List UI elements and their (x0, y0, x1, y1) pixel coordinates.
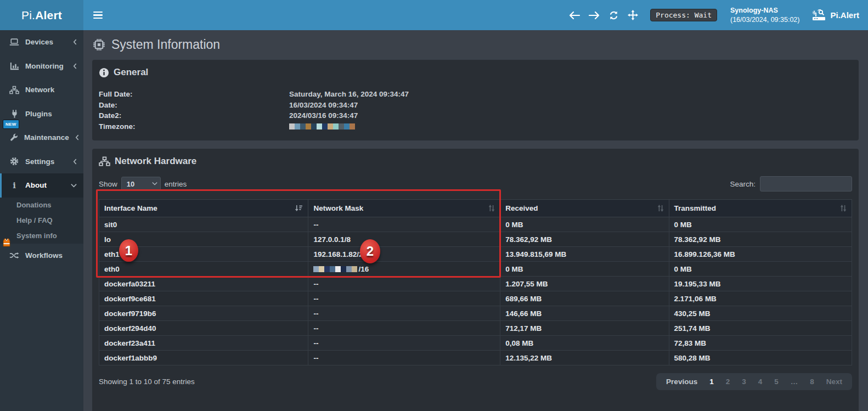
chart-icon (9, 62, 19, 70)
pagination-page[interactable]: 4 (752, 378, 769, 386)
table-row[interactable]: dockerfa03211--1.207,55 MB19.195,33 MB (99, 277, 852, 291)
column-header-interface-name[interactable]: Interface Name (99, 200, 308, 217)
column-header-received[interactable]: Received (500, 200, 669, 217)
chevron-left-icon (73, 39, 77, 45)
table-row[interactable]: sit0--0 MB0 MB (99, 217, 852, 232)
network-mask-cell: -- (308, 291, 500, 306)
general-row: Date: 16/03/2024 09:34:47 (99, 100, 852, 111)
received-cell: 78.362,92 MB (500, 232, 669, 247)
table-row[interactable]: eth1192.168.1.82/2413.949.815,69 MB16.89… (99, 247, 852, 262)
host-name: Synology-NAS (730, 6, 800, 15)
back-arrow-icon[interactable] (569, 12, 580, 19)
table-controls: Show 10 entries Search: (99, 176, 852, 192)
sidebar-item-label: Maintenance (24, 133, 69, 142)
main-content: System Information General Full Date: Sa… (83, 30, 868, 411)
sidebar-item-donations[interactable]: Donations (0, 198, 83, 213)
transmitted-cell: 2.171,06 MB (669, 291, 852, 306)
transmitted-cell: 0 MB (669, 262, 852, 277)
table-row[interactable]: dockerf9719b6--146,66 MB430,25 MB (99, 306, 852, 321)
interface-name-cell: eth1 (99, 247, 308, 262)
app-logo[interactable]: Pi.Alert (0, 0, 83, 30)
transmitted-cell: 16.899.126,36 MB (669, 247, 852, 262)
received-cell: 1.207,55 MB (500, 277, 669, 291)
table-row[interactable]: lo127.0.0.1/878.362,92 MB78.362,92 MB (99, 232, 852, 247)
sidebar-item-label: Network (25, 86, 54, 94)
pagination-page[interactable]: 5 (768, 378, 785, 386)
interface-name-cell: sit0 (99, 217, 308, 232)
transmitted-cell: 430,25 MB (669, 306, 852, 321)
pagination-previous[interactable]: Previous (665, 378, 703, 386)
move-icon[interactable] (628, 10, 638, 20)
network-mask-cell: 192.168.1.82/24 (308, 247, 500, 262)
sidebar-item-monitoring[interactable]: Monitoring (0, 54, 83, 78)
table-header-row: Interface Name Network Mask (99, 200, 852, 217)
network-mask-cell: 127.0.0.1/8 (308, 232, 500, 247)
gear-icon (9, 157, 19, 166)
network-mask-cell: -- (308, 336, 500, 351)
pagination-page[interactable]: … (785, 378, 804, 386)
refresh-icon[interactable] (608, 10, 619, 20)
laptop-icon (9, 38, 19, 46)
brand-label: Pi.Alert (830, 10, 859, 20)
search-label: Search: (730, 180, 756, 188)
sidebar-item-label: Workflows (25, 251, 63, 260)
table-row[interactable]: eth0/160 MB0 MB (99, 262, 852, 277)
general-panel-header: General (99, 67, 852, 78)
table-row[interactable]: dockerf9ce681--689,66 MB2.171,06 MB (99, 291, 852, 306)
transmitted-cell: 251,74 MB (669, 321, 852, 336)
transmitted-cell: 19.195,33 MB (669, 277, 852, 291)
info-circle-icon (99, 67, 109, 78)
sidebar-item-maintenance[interactable]: NEW Maintenance (0, 126, 83, 150)
interface-name-cell: eth0 (99, 262, 308, 277)
general-row-value: Saturday, March 16, 2024 09:34:47 (289, 89, 409, 100)
sidebar-item-label: Plugins (25, 110, 52, 118)
page-size-select[interactable]: 10 (121, 177, 161, 191)
sidebar-item-label: Monitoring (25, 62, 64, 70)
pagination-page[interactable]: 1 (703, 378, 720, 386)
received-cell: 0 MB (500, 217, 669, 232)
sidebar-item-help-faq[interactable]: Help / FAQ (0, 213, 83, 228)
sidebar-toggle-icon[interactable] (83, 12, 112, 19)
new-badge: NEW (3, 120, 19, 129)
safety-vest-icon (1, 237, 12, 248)
interface-name-cell: lo (99, 232, 308, 247)
network-mask-cell: -- (308, 217, 500, 232)
navbar-right: Process: Wait Synology-NAS (16/03/2024, … (569, 6, 868, 24)
search-input[interactable] (760, 176, 852, 192)
sitemap-icon (9, 86, 19, 94)
sidebar-item-about[interactable]: i About (0, 173, 83, 198)
sidebar-item-devices[interactable]: Devices (0, 30, 83, 54)
page-title: System Information (92, 37, 859, 52)
pagination-next[interactable]: Next (820, 378, 843, 386)
table-status-text: Showing 1 to 10 of 75 entries (99, 378, 195, 386)
general-row: Date2: 2024/03/16 09:34:47 (99, 110, 852, 121)
transmitted-cell: 72,83 MB (669, 336, 852, 351)
network-mask-cell: -- (308, 351, 500, 365)
pagination-page[interactable]: 8 (804, 378, 820, 386)
interface-name-cell: dockerfa03211 (99, 277, 308, 291)
pagination-page[interactable]: 3 (736, 378, 752, 386)
sidebar-item-system-info[interactable]: System info (0, 228, 83, 244)
interface-name-cell: dockerf23a411 (99, 336, 308, 351)
redacted-mosaic (289, 123, 355, 130)
chevron-left-icon (73, 159, 77, 165)
table-row[interactable]: dockerf1abbb9--12.135,22 MB580,28 MB (99, 351, 852, 365)
page-size-control: Show 10 entries (99, 177, 187, 191)
forward-arrow-icon[interactable] (589, 12, 600, 19)
column-header-transmitted[interactable]: Transmitted (669, 200, 852, 217)
column-header-network-mask[interactable]: Network Mask (308, 200, 500, 217)
general-row-value: 2024/03/16 09:34:47 (289, 110, 358, 121)
sidebar-item-settings[interactable]: Settings (0, 150, 83, 174)
sidebar-item-workflows[interactable]: Workflows (0, 244, 83, 268)
redacted-mosaic (313, 266, 357, 272)
sort-desc-icon (295, 205, 303, 212)
pagination-page[interactable]: 2 (720, 378, 736, 386)
table-row[interactable]: dockerf23a411--0,08 MB72,83 MB (99, 336, 852, 351)
sidebar-item-network[interactable]: Network (0, 78, 83, 102)
interface-name-cell: dockerf9719b6 (99, 306, 308, 321)
network-mask-cell: -- (308, 277, 500, 291)
top-navbar: Pi.Alert (0, 0, 868, 30)
transmitted-cell: 0 MB (669, 217, 852, 232)
timezone-redacted-value (289, 121, 355, 132)
table-row[interactable]: dockerf294d40--712,17 MB251,74 MB (99, 321, 852, 336)
